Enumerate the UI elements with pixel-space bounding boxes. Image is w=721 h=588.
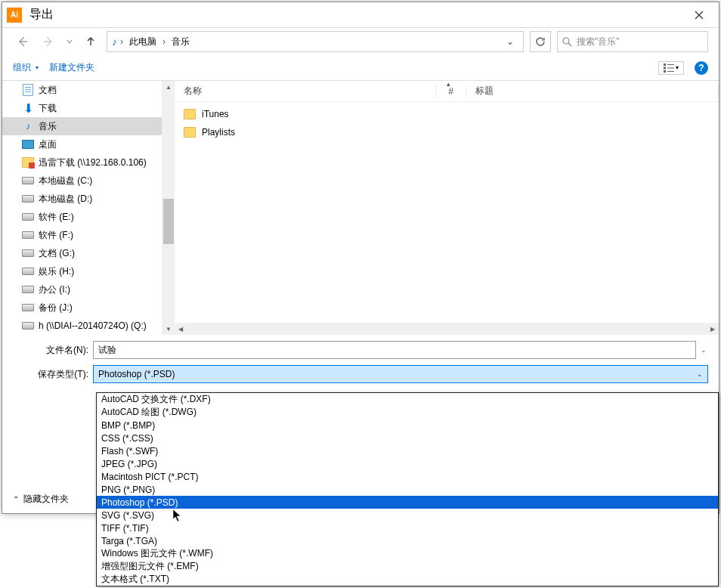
search-placeholder: 搜索"音乐" <box>577 36 620 48</box>
tree-item[interactable]: ⬇下载 <box>2 99 162 117</box>
filetype-option[interactable]: BMP (*.BMP) <box>97 419 718 432</box>
close-button[interactable] <box>684 2 714 27</box>
dialog-title: 导出 <box>29 7 684 23</box>
filetype-option[interactable]: Photoshop (*.PSD) <box>97 496 718 509</box>
content-hscrollbar[interactable]: ◀ ▶ <box>175 323 719 335</box>
tree-scrollbar[interactable]: ▲ ▼ <box>162 81 175 335</box>
svg-rect-3 <box>664 67 666 69</box>
arrow-right-icon <box>42 36 54 48</box>
scroll-down-button[interactable]: ▼ <box>162 323 175 335</box>
organize-button[interactable]: 组织 <box>13 61 31 74</box>
filetype-option[interactable]: SVG (*.SVG) <box>97 509 718 521</box>
app-icon: Ai <box>7 8 22 23</box>
filetype-option[interactable]: Macintosh PICT (*.PCT) <box>97 470 718 483</box>
breadcrumb-item[interactable]: 音乐 <box>169 34 193 50</box>
filetype-option[interactable]: AutoCAD 交换文件 (*.DXF) <box>97 393 718 406</box>
tree-item-label: 娱乐 (H:) <box>39 265 74 278</box>
nav-recent-button[interactable] <box>64 32 75 51</box>
nav-forward-button[interactable] <box>39 32 58 51</box>
folder-tree[interactable]: 文档⬇下载♪音乐桌面迅雷下载 (\\192.168.0.106)本地磁盘 (C:… <box>2 81 162 335</box>
tree-item-label: 迅雷下载 (\\192.168.0.106) <box>39 156 147 169</box>
svg-rect-2 <box>667 64 674 65</box>
filetype-option[interactable]: Flash (*.SWF) <box>97 444 718 457</box>
column-number[interactable]: # <box>436 86 466 97</box>
scroll-right-button[interactable]: ▶ <box>707 323 719 335</box>
tree-item[interactable]: 本地磁盘 (C:) <box>2 172 162 190</box>
chevron-up-icon: ⌃ <box>13 495 19 503</box>
svg-point-0 <box>563 38 569 44</box>
tree-item-label: 本地磁盘 (C:) <box>39 175 92 187</box>
tree-item-label: 本地磁盘 (D:) <box>39 193 92 206</box>
chevron-right-icon: › <box>120 36 123 47</box>
scroll-left-button[interactable]: ◀ <box>175 323 187 335</box>
filename-dropdown-icon[interactable]: ⌄ <box>701 346 708 354</box>
filename-input[interactable] <box>93 341 696 359</box>
close-icon <box>695 11 704 20</box>
filetype-option[interactable]: Targa (*.TGA) <box>97 534 718 547</box>
folder-icon <box>184 109 196 119</box>
tree-item[interactable]: 文档 (G:) <box>2 244 162 262</box>
nav-back-button[interactable] <box>13 32 32 51</box>
filetype-option[interactable]: PNG (*.PNG) <box>97 483 718 496</box>
filetype-dropdown[interactable]: AutoCAD 交换文件 (*.DXF)AutoCAD 绘图 (*.DWG)BM… <box>96 392 719 586</box>
tree-item-label: 文档 (G:) <box>39 247 75 260</box>
scroll-thumb[interactable] <box>163 199 174 244</box>
save-form: 文件名(N): ⌄ 保存类型(T): Photoshop (*.PSD) ⌄ <box>2 335 719 383</box>
tree-item-label: h (\\DIAI--20140724O) (Q:) <box>39 320 147 331</box>
tree-item[interactable]: 桌面 <box>2 135 162 153</box>
scroll-up-button[interactable]: ▲ <box>162 81 175 93</box>
chevron-down-icon: ⌄ <box>697 370 703 378</box>
search-input[interactable]: 搜索"音乐" <box>557 31 708 52</box>
file-name: iTunes <box>202 109 229 119</box>
filetype-option[interactable]: 文本格式 (*.TXT) <box>97 573 718 586</box>
filetype-option[interactable]: Windows 图元文件 (*.WMF) <box>97 547 718 560</box>
column-name[interactable]: 名称 <box>175 85 436 97</box>
tree-item[interactable]: 办公 (I:) <box>2 280 162 299</box>
path-box[interactable]: ♪ › 此电脑 › 音乐 ⌄ <box>107 31 524 52</box>
tree-item[interactable]: 软件 (F:) <box>2 226 162 244</box>
toolbar: 组织 ▾ 新建文件夹 ▾ ? <box>2 55 719 81</box>
tree-item-label: 桌面 <box>39 138 57 151</box>
tree-item[interactable]: ♪音乐 <box>2 117 162 135</box>
tree-item[interactable]: 娱乐 (H:) <box>2 262 162 280</box>
path-dropdown-button[interactable]: ⌄ <box>502 36 518 47</box>
hide-folders-toggle[interactable]: ⌃ 隐藏文件夹 <box>13 493 69 506</box>
tree-item[interactable]: h (\\DIAI--20140724O) (Q:) <box>2 317 162 335</box>
tree-item[interactable]: 备份 (J:) <box>2 299 162 317</box>
tree-item[interactable]: 迅雷下载 (\\192.168.0.106) <box>2 153 162 172</box>
column-title[interactable]: 标题 <box>466 85 719 97</box>
filetype-option[interactable]: TIFF (*.TIF) <box>97 521 718 534</box>
filetype-option[interactable]: CSS (*.CSS) <box>97 432 718 444</box>
list-item[interactable]: Playlists <box>175 123 719 141</box>
tree-item[interactable]: 本地磁盘 (D:) <box>2 190 162 208</box>
tree-item-label: 备份 (J:) <box>39 302 73 314</box>
view-mode-button[interactable]: ▾ <box>658 61 684 75</box>
search-icon <box>562 37 572 47</box>
breadcrumb-item[interactable]: 此电脑 <box>126 34 159 50</box>
main-area: 文档⬇下载♪音乐桌面迅雷下载 (\\192.168.0.106)本地磁盘 (C:… <box>2 81 719 335</box>
refresh-button[interactable] <box>530 31 551 52</box>
filetype-option[interactable]: JPEG (*.JPG) <box>97 457 718 470</box>
arrow-left-icon <box>17 36 29 48</box>
chevron-right-icon: › <box>162 36 166 47</box>
hide-folders-label: 隐藏文件夹 <box>23 493 69 506</box>
svg-rect-6 <box>667 71 674 72</box>
help-button[interactable]: ? <box>695 61 708 75</box>
list-view-icon <box>664 63 674 73</box>
tree-item-label: 办公 (I:) <box>39 283 70 296</box>
column-headers: ▴ 名称 # 标题 <box>175 81 719 102</box>
navbar: ♪ › 此电脑 › 音乐 ⌄ 搜索"音乐" <box>2 28 719 55</box>
tree-item[interactable]: 软件 (E:) <box>2 208 162 226</box>
file-name: Playlists <box>202 127 235 138</box>
tree-item-label: 音乐 <box>39 120 57 133</box>
filetype-combo[interactable]: Photoshop (*.PSD) ⌄ <box>93 365 708 383</box>
nav-up-button[interactable] <box>81 32 101 51</box>
list-item[interactable]: iTunes <box>175 105 719 123</box>
music-icon: ♪ <box>112 36 117 48</box>
tree-item[interactable]: 文档 <box>2 81 162 99</box>
filetype-label: 保存类型(T): <box>13 368 88 381</box>
refresh-icon <box>535 36 546 47</box>
filetype-option[interactable]: 增强型图元文件 (*.EMF) <box>97 560 718 573</box>
filetype-option[interactable]: AutoCAD 绘图 (*.DWG) <box>97 406 718 419</box>
new-folder-button[interactable]: 新建文件夹 <box>49 61 94 74</box>
